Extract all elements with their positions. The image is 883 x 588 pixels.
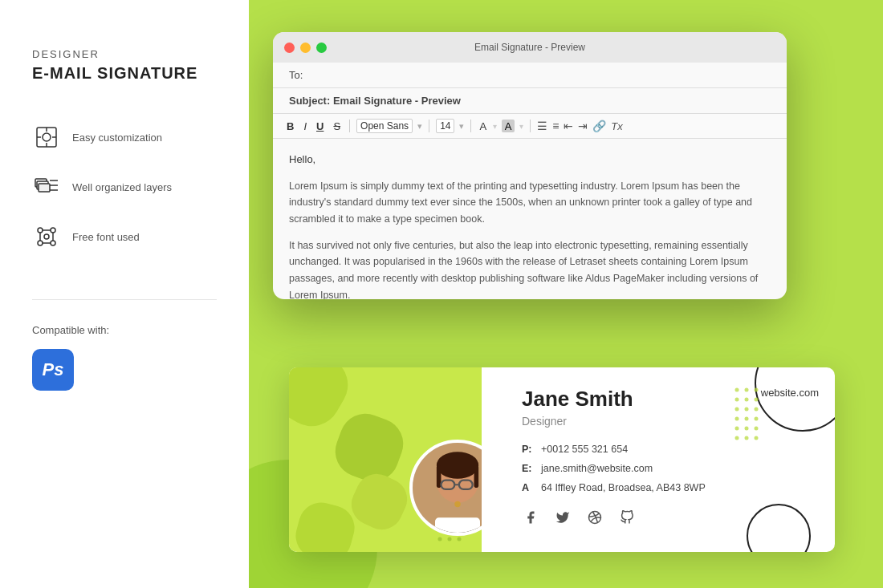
svg-point-67 <box>755 408 759 412</box>
dot-yellow[interactable] <box>300 43 311 53</box>
svg-point-59 <box>735 388 739 392</box>
svg-point-64 <box>755 398 759 402</box>
svg-point-13 <box>51 228 55 233</box>
svg-point-74 <box>735 436 739 440</box>
feature-customization: Easy customization <box>32 123 217 152</box>
svg-rect-8 <box>39 184 50 192</box>
brand-label: DESIGNER <box>32 48 217 60</box>
dot-red[interactable] <box>284 43 295 53</box>
svg-point-14 <box>38 241 43 245</box>
feature-font: Free font used <box>32 222 217 251</box>
color-picker-icon[interactable]: ▾ <box>493 122 497 131</box>
divider <box>32 299 217 300</box>
svg-point-16 <box>44 234 49 239</box>
svg-point-58 <box>454 501 460 507</box>
mac-window: Email Signature - Preview To: Subject: E… <box>273 32 787 299</box>
sig-phone-value: +0012 555 321 654 <box>541 440 628 460</box>
underline-button[interactable]: U <box>314 120 326 133</box>
svg-point-69 <box>745 417 749 421</box>
window-title: Email Signature - Preview <box>474 42 585 53</box>
dribbble-icon[interactable] <box>586 509 604 526</box>
strike-button[interactable]: S <box>331 120 343 133</box>
italic-button[interactable]: I <box>301 120 309 133</box>
hex-shape-3 <box>291 497 360 552</box>
email-para-1: Lorem Ipsum is simply dummy text of the … <box>289 178 771 228</box>
feature-customization-text: Easy customization <box>72 132 162 144</box>
size-arrow: ▾ <box>459 121 464 132</box>
email-para-2: It has survived not only five centuries,… <box>289 237 771 299</box>
indent-icon[interactable]: ⇥ <box>578 120 588 132</box>
email-to-field[interactable]: To: <box>273 63 787 88</box>
toolbar-sep-2 <box>429 120 429 132</box>
customization-icon <box>32 123 61 152</box>
avatar <box>409 440 482 536</box>
svg-point-66 <box>745 408 749 412</box>
outdent-icon[interactable]: ⇤ <box>564 120 573 132</box>
features-list: Easy customization Well organized layers <box>32 123 217 251</box>
email-hello: Hello, <box>289 152 771 168</box>
email-body[interactable]: Hello, Lorem Ipsum is simply dummy text … <box>273 139 787 299</box>
email-toolbar: B I U S Open Sans ▾ 14 ▾ A ▾ A ▾ ☰ ≡ ⇤ ⇥… <box>273 114 787 139</box>
svg-point-1 <box>43 133 51 141</box>
right-panel: Email Signature - Preview To: Subject: E… <box>249 0 883 588</box>
github-icon[interactable] <box>618 509 636 526</box>
svg-point-61 <box>755 388 759 392</box>
sig-address-label: A <box>522 479 535 498</box>
sig-website: website.com <box>761 387 819 399</box>
left-panel: DESIGNER E-MAIL SIGNATURE Easy customiza… <box>0 0 249 588</box>
toolbar-sep-3 <box>470 120 471 132</box>
bullet-list-icon[interactable]: ☰ <box>537 120 547 132</box>
svg-point-62 <box>735 398 739 402</box>
svg-rect-53 <box>474 465 479 488</box>
svg-point-73 <box>755 427 759 431</box>
sig-contact: P: +0012 555 321 654 E: jane.smith@websi… <box>522 440 816 497</box>
sig-email-row: E: jane.smith@website.com <box>522 460 816 479</box>
highlight-arrow[interactable]: ▾ <box>519 122 523 131</box>
sig-left-panel <box>289 367 482 552</box>
sig-phone-row: P: +0012 555 321 654 <box>522 440 816 460</box>
svg-point-65 <box>735 408 739 412</box>
highlight-icon[interactable]: A <box>502 120 515 132</box>
hex-shape-4 <box>344 467 413 536</box>
feature-layers: Well organized layers <box>32 172 217 201</box>
facebook-icon[interactable] <box>522 509 539 526</box>
bold-button[interactable]: B <box>284 120 296 133</box>
email-subject-field[interactable]: Subject: Email Signature - Preview <box>273 88 787 114</box>
svg-point-72 <box>745 427 749 431</box>
toolbar-sep-1 <box>349 120 350 132</box>
feature-layers-text: Well organized layers <box>72 181 172 193</box>
font-size-arrow: ▾ <box>417 121 422 132</box>
svg-point-47 <box>458 537 462 541</box>
dot-green[interactable] <box>316 43 327 53</box>
clear-format-icon[interactable]: Tx <box>611 120 622 132</box>
sig-address-row: A 64 Iffley Road, Broadsea, AB43 8WP <box>522 479 816 498</box>
svg-point-68 <box>735 417 739 421</box>
link-icon[interactable]: 🔗 <box>592 120 606 132</box>
svg-point-70 <box>755 417 759 421</box>
svg-point-71 <box>735 427 739 431</box>
toolbar-sep-4 <box>530 120 531 132</box>
compatible-label: Compatible with: <box>32 324 217 336</box>
svg-point-60 <box>745 388 749 392</box>
signature-card: Jane Smith Designer website.com P: +0012… <box>289 367 835 552</box>
svg-point-46 <box>448 537 452 541</box>
font-select[interactable]: Open Sans <box>356 119 413 133</box>
sig-email-label: E: <box>522 460 535 479</box>
sig-phone-label: P: <box>522 440 535 460</box>
svg-point-76 <box>755 436 759 440</box>
brand-title: E-MAIL SIGNATURE <box>32 63 217 83</box>
sig-email-value: jane.smith@website.com <box>541 460 653 479</box>
mac-dots <box>284 43 327 53</box>
font-icon <box>32 222 61 251</box>
twitter-icon[interactable] <box>554 509 572 526</box>
font-size-select[interactable]: 14 <box>436 119 454 133</box>
mac-titlebar: Email Signature - Preview <box>273 32 787 63</box>
svg-point-12 <box>38 228 43 233</box>
font-color-icon[interactable]: A <box>478 120 488 132</box>
svg-point-51 <box>437 452 478 479</box>
svg-rect-57 <box>435 517 480 533</box>
svg-point-75 <box>745 436 749 440</box>
numbered-list-icon[interactable]: ≡ <box>552 120 559 132</box>
layers-icon <box>32 172 61 201</box>
sig-address-value: 64 Iffley Road, Broadsea, AB43 8WP <box>541 479 706 498</box>
